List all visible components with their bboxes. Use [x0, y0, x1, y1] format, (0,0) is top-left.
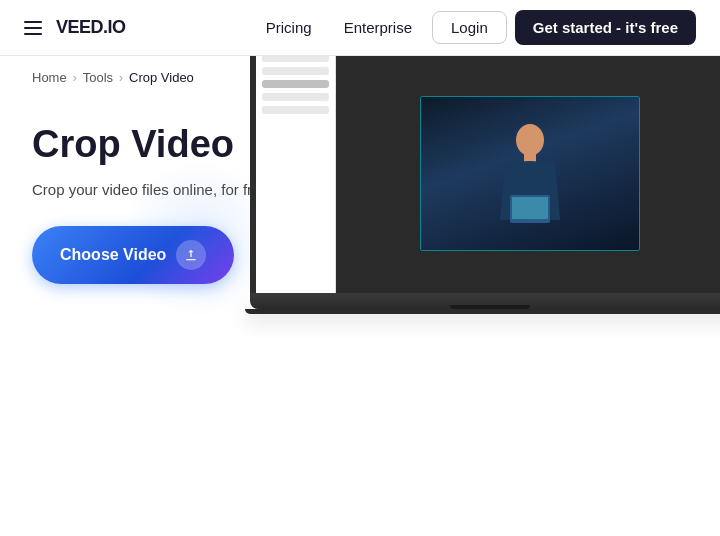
nav-left: VEED.IO — [24, 17, 126, 38]
choose-video-label: Choose Video — [60, 246, 166, 264]
video-frame — [420, 96, 640, 251]
nav-right: Pricing Enterprise Login Get started - i… — [254, 10, 696, 45]
person-silhouette — [485, 110, 575, 250]
laptop-mockup — [250, 17, 720, 314]
laptop-screen-wrapper — [250, 17, 720, 293]
svg-rect-3 — [512, 197, 548, 219]
sidebar-item-4 — [262, 80, 329, 88]
video-content — [421, 97, 639, 250]
svg-point-0 — [516, 124, 544, 156]
get-started-button[interactable]: Get started - it's free — [515, 10, 696, 45]
editor-main — [336, 33, 720, 293]
enterprise-link[interactable]: Enterprise — [332, 13, 424, 42]
upload-icon — [176, 240, 206, 270]
breadcrumb-tools[interactable]: Tools — [83, 70, 113, 85]
logo[interactable]: VEED.IO — [56, 17, 126, 38]
login-button[interactable]: Login — [432, 11, 507, 44]
choose-video-button[interactable]: Choose Video — [32, 226, 234, 284]
breadcrumb-current: Crop Video — [129, 70, 194, 85]
menu-button[interactable] — [24, 21, 42, 35]
main-content: Crop Video Crop your video files online,… — [0, 99, 720, 284]
editor-sidebar — [256, 33, 336, 293]
sidebar-item-6 — [262, 106, 329, 114]
laptop-screen — [256, 33, 720, 293]
laptop-base — [250, 293, 720, 309]
laptop-foot — [245, 309, 720, 314]
pricing-link[interactable]: Pricing — [254, 13, 324, 42]
sidebar-item-5 — [262, 93, 329, 101]
breadcrumb-sep-1: › — [73, 71, 77, 85]
breadcrumb-sep-2: › — [119, 71, 123, 85]
logo-text: VEED.IO — [56, 17, 126, 38]
navbar: VEED.IO Pricing Enterprise Login Get sta… — [0, 0, 720, 56]
sidebar-item-3 — [262, 67, 329, 75]
editor-canvas — [336, 55, 720, 293]
breadcrumb-home[interactable]: Home — [32, 70, 67, 85]
